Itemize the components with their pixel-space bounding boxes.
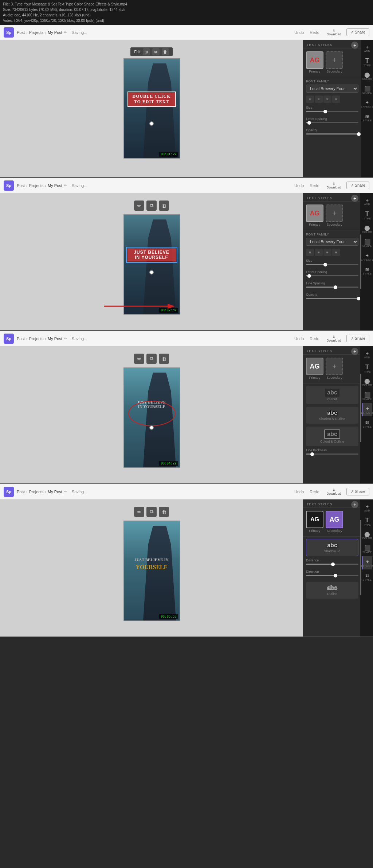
effect-card-shadow-4[interactable]: abc Shadow ↗ xyxy=(306,539,358,556)
shape-side-icon-4[interactable]: ⬛ SHAPE xyxy=(362,542,372,556)
share-button-4[interactable]: ↗ Share xyxy=(346,488,369,495)
delete-icon-btn-1[interactable]: 🗑 xyxy=(162,48,169,55)
slider-distance-thumb-4[interactable] xyxy=(331,563,335,566)
effect-card-cutout-3[interactable]: abc Cutout xyxy=(306,386,358,404)
nav-post-4[interactable]: Post xyxy=(17,490,25,494)
undo-button-4[interactable]: Undo xyxy=(292,489,306,495)
share-button-2[interactable]: ↗ Share xyxy=(346,182,369,189)
canvas-preview-2[interactable]: JUST BELIEVE IN YOURSELF 00:02:59 xyxy=(123,214,180,315)
edit-icon-btn-4[interactable]: ✏ xyxy=(134,507,144,517)
share-button-1[interactable]: ↗ Share xyxy=(346,28,369,36)
type-side-icon-4[interactable]: T TYPE xyxy=(362,515,372,528)
slider-size-thumb-1[interactable] xyxy=(323,110,327,113)
add-btn-3[interactable]: + xyxy=(351,348,358,355)
text-style-primary-2[interactable]: AG xyxy=(306,205,323,222)
effects-side-icon-2[interactable]: ✦ EFFECTS xyxy=(362,250,372,263)
add-btn-4[interactable]: + xyxy=(351,501,358,508)
text-style-primary-1[interactable]: AG xyxy=(306,51,323,69)
copy-icon-btn-4[interactable]: ⧉ xyxy=(146,507,157,517)
canvas-text-overlay-1[interactable]: DOUBLE CLICK TO EDIT TEXT xyxy=(127,92,176,107)
text-style-secondary-2[interactable]: + xyxy=(326,205,343,222)
text-style-secondary-3[interactable]: + xyxy=(326,358,343,375)
scroll-thumb-4[interactable] xyxy=(360,520,361,595)
edit-icon-btn-3[interactable]: ✏ xyxy=(134,354,144,364)
nav-mypost-1[interactable]: My Post xyxy=(48,30,62,35)
effect-card-outline-4[interactable]: abc Outline xyxy=(306,582,358,599)
slider-size-track-2[interactable] xyxy=(306,264,358,265)
share-button-3[interactable]: ↗ Share xyxy=(346,335,369,342)
color-side-icon-1[interactable]: ⬤ COLOR xyxy=(362,69,372,82)
color-side-icon-2[interactable]: ⬤ COLOR xyxy=(362,222,372,236)
text-style-secondary-1[interactable]: + xyxy=(326,51,343,69)
slider-opacity-track-2[interactable] xyxy=(306,298,358,299)
font-family-select-1[interactable]: Local Brewery Four xyxy=(306,85,358,93)
edit-icon-btn-1[interactable]: ⊞ xyxy=(143,48,150,55)
effects-side-icon-1[interactable]: ✦ EFFECTS xyxy=(362,97,372,110)
canvas-preview-1[interactable]: DOUBLE CLICK TO EDIT TEXT 00:01:29 xyxy=(123,58,180,159)
nav-projects-2[interactable]: Projects xyxy=(29,183,44,188)
nav-projects-1[interactable]: Projects xyxy=(29,30,44,35)
slider-line-track-2[interactable] xyxy=(306,287,358,288)
download-button-3[interactable]: ⬇ Download xyxy=(325,334,343,343)
download-button-1[interactable]: ⬇ Download xyxy=(325,28,343,37)
slider-direction-thumb-4[interactable] xyxy=(334,574,337,577)
slider-letter-track-1[interactable] xyxy=(306,122,358,123)
rotate-handle-2[interactable] xyxy=(149,270,154,275)
redo-button-2[interactable]: Redo xyxy=(307,183,321,188)
type-side-icon-2[interactable]: T TYPE xyxy=(362,209,372,222)
slider-direction-track-4[interactable] xyxy=(306,575,358,576)
delete-icon-btn-4[interactable]: 🗑 xyxy=(159,507,169,517)
add-side-icon-4[interactable]: + ADD xyxy=(362,501,372,514)
undo-button-1[interactable]: Undo xyxy=(292,30,306,35)
add-side-icon-1[interactable]: + ADD xyxy=(362,42,372,55)
slider-line-thumb-2[interactable] xyxy=(334,285,337,289)
canvas-preview-3[interactable]: JUST BELIEVE IN YOURSELF 00:04:22 xyxy=(123,367,180,468)
scroll-thumb-3[interactable] xyxy=(360,374,361,442)
slider-letter-thumb-2[interactable] xyxy=(307,274,311,278)
style-side-icon-1[interactable]: ≋ STYLE xyxy=(362,111,372,124)
shape-side-icon-2[interactable]: ⬛ SHAPE xyxy=(362,236,372,249)
redo-button-1[interactable]: Redo xyxy=(307,30,321,35)
slider-size-thumb-2[interactable] xyxy=(323,263,327,266)
undo-button-3[interactable]: Undo xyxy=(292,336,306,342)
text-style-primary-3[interactable]: AG xyxy=(306,358,323,375)
align-center-btn-1[interactable]: ≡ xyxy=(315,96,323,103)
effects-side-icon-4[interactable]: ✦ EFFECTS xyxy=(362,556,372,569)
ellipse-selection-3[interactable] xyxy=(128,401,176,426)
slider-letter-thumb-1[interactable] xyxy=(307,121,311,125)
rotate-handle-1[interactable] xyxy=(149,121,154,126)
canvas-text-top-4[interactable]: JUST BELIEVE IN xyxy=(127,557,177,562)
align-right-btn-2[interactable]: ≡ xyxy=(323,249,331,256)
nav-mypost-2[interactable]: My Post xyxy=(48,183,62,188)
color-side-icon-4[interactable]: ⬤ COLOR xyxy=(362,529,372,542)
style-side-icon-3[interactable]: ≋ STYLE xyxy=(362,417,372,430)
shape-side-icon-1[interactable]: ⬛ SHAPE xyxy=(362,83,372,96)
delete-icon-btn-3[interactable]: 🗑 xyxy=(159,354,169,364)
style-side-icon-4[interactable]: ≋ STYLE xyxy=(362,570,372,583)
effects-side-icon-3[interactable]: ✦ EFFECTS xyxy=(362,403,372,416)
add-btn-2[interactable]: + xyxy=(351,195,358,202)
redo-button-4[interactable]: Redo xyxy=(307,489,321,495)
effect-card-shadow-outline-3[interactable]: abc Shadow & Outline xyxy=(306,407,358,424)
slider-distance-track-4[interactable] xyxy=(306,564,358,565)
align-justify-btn-1[interactable]: ≡ xyxy=(332,96,340,103)
align-center-btn-2[interactable]: ≡ xyxy=(315,249,323,256)
nav-post-2[interactable]: Post xyxy=(17,183,25,188)
align-justify-btn-2[interactable]: ≡ xyxy=(332,249,340,256)
font-family-select-2[interactable]: Local Brewery Four xyxy=(306,238,358,246)
slider-opacity-thumb-1[interactable] xyxy=(357,132,361,136)
type-side-icon-3[interactable]: T TYPE xyxy=(362,362,372,375)
canvas-preview-4[interactable]: JUST BELIEVE IN YOURSELF 00:05:55 xyxy=(123,521,180,621)
type-side-icon-1[interactable]: T TYPE xyxy=(362,55,372,69)
redo-button-3[interactable]: Redo xyxy=(307,336,321,342)
add-btn-1[interactable]: + xyxy=(351,42,358,49)
undo-button-2[interactable]: Undo xyxy=(292,183,306,188)
download-button-2[interactable]: ⬇ Download xyxy=(325,181,343,190)
add-side-icon-2[interactable]: + ADD xyxy=(362,195,372,208)
add-side-icon-3[interactable]: + ADD xyxy=(362,348,372,361)
delete-icon-btn-2[interactable]: 🗑 xyxy=(159,201,169,211)
color-side-icon-3[interactable]: ⬤ COLOR xyxy=(362,375,372,389)
effect-card-cutout-outline-3[interactable]: abc Cutout & Outline xyxy=(306,427,358,446)
text-style-primary-4[interactable]: AG xyxy=(306,511,323,528)
slider-opacity-track-1[interactable] xyxy=(306,133,358,135)
